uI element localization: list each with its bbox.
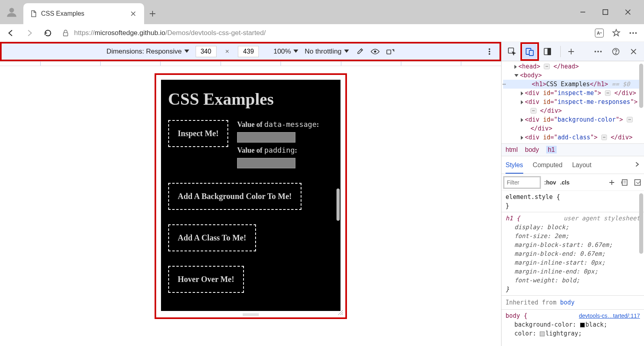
refresh-button[interactable] [43,29,52,37]
main-area: Dimensions: Responsive × 100% No throttl… [0,42,644,346]
svg-point-16 [594,51,596,52]
cls-toggle[interactable]: .cls [560,179,570,186]
help-button[interactable] [609,44,623,59]
svg-rect-13 [529,50,533,56]
rotate-icon[interactable] [386,47,395,56]
inspect-me-box[interactable]: Inspect Me! [168,120,229,147]
dock-side-button[interactable] [540,44,555,59]
svg-point-9 [489,51,490,52]
width-input[interactable] [196,46,217,57]
profile-icon[interactable] [0,0,23,24]
styles-tabs: Styles Computed Layout [502,156,644,174]
dom-breadcrumb[interactable]: htmlbodyh1 [502,143,644,156]
resize-handle-bottom[interactable] [243,313,259,316]
address-bar[interactable]: https://microsoftedge.github.io/Demos/de… [62,29,585,37]
viewport-stage: CSS Examples Inspect Me! Value of data-m… [0,66,501,346]
svg-point-0 [9,8,14,13]
close-tab-button[interactable] [129,9,138,18]
toggle-common-rendering[interactable] [621,178,629,186]
more-tabs-icon[interactable] [634,162,640,169]
browser-chrome: CSS Examples [0,0,644,24]
svg-rect-21 [622,180,627,185]
padding-label: Value of padding: [237,146,319,155]
device-frame: CSS Examples Inspect Me! Value of data-m… [157,76,345,317]
browser-tab[interactable]: CSS Examples [23,3,144,24]
window-controls [579,0,642,24]
new-style-rule-button[interactable] [608,178,616,186]
svg-rect-22 [635,180,640,185]
svg-rect-2 [64,33,68,36]
page-heading: CSS Examples [168,89,333,109]
emulated-page[interactable]: CSS Examples Inspect Me! Value of data-m… [161,80,341,311]
zoom-dropdown[interactable]: 100% [273,48,298,56]
add-class-box[interactable]: Add A Class To Me! [168,224,256,251]
svg-point-17 [597,51,599,52]
svg-point-3 [630,32,631,34]
svg-point-10 [489,53,490,55]
svg-point-18 [600,51,602,52]
devtools-tabbar [502,42,644,61]
url-text: https://microsoftedge.github.io/Demos/de… [74,29,266,37]
computed-styles-sidebar[interactable] [634,178,642,186]
read-aloud-button[interactable]: A» [595,29,604,37]
tab-layout[interactable]: Layout [572,162,591,169]
new-tab-button[interactable] [144,3,161,24]
svg-rect-1 [603,10,608,15]
data-message-input[interactable] [237,132,295,143]
visibility-icon[interactable] [371,47,380,56]
svg-point-5 [635,32,637,34]
tab-styles[interactable]: Styles [506,162,523,174]
svg-point-6 [374,51,376,52]
device-toggle-button[interactable] [522,44,537,59]
svg-point-8 [489,48,490,50]
color-picker-icon[interactable] [355,47,364,56]
dom-scrollbar[interactable] [639,64,643,141]
height-input[interactable] [238,46,259,57]
hover-box[interactable]: Hover Over Me! [168,266,244,293]
back-button[interactable] [6,29,15,37]
tab-title: CSS Examples [41,10,125,17]
add-bg-box[interactable]: Add A Background Color To Me! [168,183,301,210]
padding-input[interactable] [237,158,295,168]
viewport-column: Dimensions: Responsive × 100% No throttl… [0,42,502,346]
data-message-label: Value of data-message: [237,120,319,129]
styles-filter-input[interactable] [504,177,540,188]
svg-rect-7 [387,50,391,54]
tab-computed[interactable]: Computed [533,162,563,169]
dimensions-separator: × [223,48,232,56]
forward-button[interactable] [25,29,34,37]
throttling-dropdown[interactable]: No throttling [305,48,349,56]
ruler [0,61,501,66]
menu-button[interactable] [629,29,638,37]
selected-dom-node[interactable]: ⋯ <h1>CSS Examples</h1> == $0 [503,80,642,89]
address-bar-row: https://microsoftedge.github.io/Demos/de… [0,24,644,42]
source-link[interactable]: devtools-cs…tarted/:117 [579,311,640,320]
lock-icon [62,29,69,37]
close-devtools-button[interactable] [626,44,641,59]
hov-toggle[interactable]: :hov [544,179,556,186]
close-window-button[interactable] [624,8,632,16]
file-icon [30,10,37,17]
svg-point-20 [615,53,616,54]
resize-handle-corner[interactable] [337,309,343,315]
dimensions-dropdown[interactable]: Dimensions: Responsive [106,48,189,56]
page-scrollbar[interactable] [336,189,340,221]
dom-tree[interactable]: <head> ⋯ </head> <body> ⋯ <h1>CSS Exampl… [502,61,644,143]
inspect-tool[interactable] [505,44,519,59]
favorite-button[interactable] [612,29,621,37]
device-toolbar-more[interactable] [485,47,494,56]
maximize-button[interactable] [601,8,609,16]
devtools-panel: <head> ⋯ </head> <body> ⋯ <h1>CSS Exampl… [502,42,644,346]
svg-point-4 [632,32,634,34]
device-toolbar: Dimensions: Responsive × 100% No throttl… [0,42,501,61]
styles-scrollbar[interactable] [639,193,643,254]
styles-filter-row: :hov .cls [502,174,644,191]
devtools-more-button[interactable] [591,44,605,59]
styles-body[interactable]: element.style { } h1 {user agent stylesh… [502,191,644,346]
minimize-button[interactable] [579,8,587,16]
svg-rect-15 [548,48,551,55]
new-panel-button[interactable] [564,44,578,59]
